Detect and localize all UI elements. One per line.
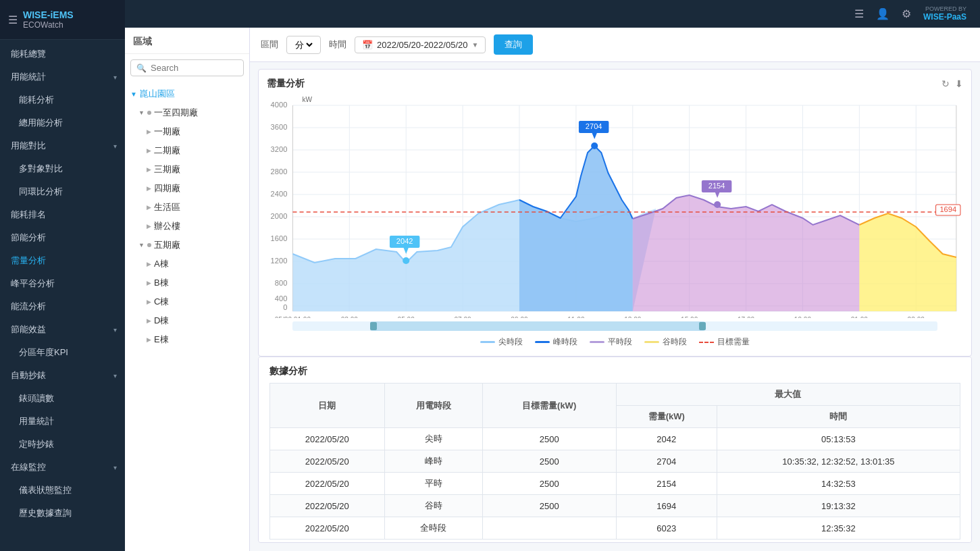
chart-scrollbar[interactable]	[292, 321, 937, 331]
scrollbar-left-handle[interactable]	[370, 322, 377, 330]
tree-item[interactable]: ▼五期廠	[125, 236, 249, 255]
svg-text:0: 0	[283, 303, 287, 311]
sidebar-item[interactable]: 總用能分析	[0, 111, 125, 134]
list-icon[interactable]: ☰	[854, 7, 864, 20]
table-row: 2022/05/20全時段602312:35:32	[270, 517, 960, 540]
cell-period: 平時	[384, 473, 482, 495]
cell-demand: 2042	[616, 428, 717, 450]
table-row: 2022/05/20平時2500215414:32:53	[270, 473, 960, 495]
sidebar-item[interactable]: 分區年度KPI	[0, 341, 125, 364]
left-panel: 區域 🔍 ▼崑山園區▼一至四期廠▶一期廠▶二期廠▶三期廠▶四期廠▶生活區▶辦公樓…	[125, 28, 250, 551]
tree-item[interactable]: ▼崑山園區	[125, 84, 249, 103]
sidebar-item[interactable]: 在線監控▾	[0, 456, 125, 479]
sidebar-item[interactable]: 峰平谷分析	[0, 272, 125, 295]
powered-by: POWERED BY WISE-PaaS	[923, 5, 966, 22]
sidebar-item[interactable]: 節能效益▾	[0, 318, 125, 341]
tree-item[interactable]: ▶四期廠	[125, 179, 249, 198]
cell-target: 2500	[482, 450, 616, 473]
cell-time: 10:35:32, 12:32:52, 13:01:35	[717, 450, 960, 473]
app-sub-brand: ECOWatch	[23, 20, 74, 30]
chart-header: 需量分析 ↻ ⬇	[267, 78, 963, 90]
query-button[interactable]: 查詢	[494, 34, 533, 55]
sidebar-header: ☰ WISE-iEMS ECOWatch	[0, 0, 125, 40]
sidebar-item[interactable]: 多對象對比	[0, 157, 125, 180]
tree-item[interactable]: ▶C棟	[125, 292, 249, 311]
cell-target	[482, 517, 616, 540]
svg-marker-39	[859, 213, 956, 311]
chart-title: 需量分析	[267, 78, 305, 90]
svg-text:2042: 2042	[396, 237, 413, 245]
cell-demand: 1694	[616, 495, 717, 517]
cell-date: 2022/05/20	[270, 450, 385, 473]
interval-select[interactable]: 分 時 日	[286, 36, 321, 54]
right-panel: 區間 分 時 日 時間 📅 2022/05/20-2022/05/20 ▼ 查詢	[250, 28, 980, 551]
sidebar-item[interactable]: 能耗總覽	[0, 43, 125, 65]
cell-target: 2500	[482, 428, 616, 450]
sidebar-item[interactable]: 用能對比▾	[0, 134, 125, 157]
interval-dropdown[interactable]: 分 時 日	[292, 39, 315, 51]
scrollbar-right-handle[interactable]	[699, 322, 706, 330]
svg-marker-48	[592, 132, 597, 139]
app-brand: WISE-iEMS	[23, 9, 74, 20]
search-input[interactable]	[151, 63, 238, 73]
tree-item[interactable]: ▶E棟	[125, 330, 249, 349]
cell-demand: 2704	[616, 450, 717, 473]
sidebar-item[interactable]: 需量分析	[0, 249, 125, 272]
sidebar-item[interactable]: 能流分析	[0, 295, 125, 318]
tree-item[interactable]: ▶一期廠	[125, 122, 249, 141]
tree-item[interactable]: ▶二期廠	[125, 141, 249, 160]
settings-icon[interactable]: ⚙	[902, 7, 911, 20]
svg-text:2154: 2154	[708, 182, 725, 190]
tree-item[interactable]: ▶辦公樓	[125, 217, 249, 236]
sidebar-item[interactable]: 能耗排名	[0, 203, 125, 226]
download-icon[interactable]: ⬇	[955, 78, 963, 89]
col-header-demand: 需量(kW)	[616, 406, 717, 428]
main-area: ☰ 👤 ⚙ POWERED BY WISE-PaaS 區域 🔍 ▼崑山園區▼一至…	[125, 0, 980, 551]
tree: ▼崑山園區▼一至四期廠▶一期廠▶二期廠▶三期廠▶四期廠▶生活區▶辦公樓▼五期廠▶…	[125, 82, 249, 551]
search-icon: 🔍	[136, 63, 147, 73]
col-header-target: 目標需量(kW)	[482, 384, 616, 428]
search-box[interactable]: 🔍	[130, 59, 244, 76]
sidebar-item[interactable]: 用能統計▾	[0, 65, 125, 88]
chart-legend: 尖時段峰時段平時段谷時段目標需量	[267, 336, 963, 348]
tree-item[interactable]: ▶A棟	[125, 255, 249, 273]
menu-icon[interactable]: ☰	[8, 14, 18, 26]
sidebar-item[interactable]: 定時抄錶	[0, 433, 125, 456]
tree-item[interactable]: ▼一至四期廠	[125, 103, 249, 122]
sidebar-item[interactable]: 儀表狀態監控	[0, 479, 125, 502]
svg-marker-44	[403, 247, 409, 254]
tree-item[interactable]: ▶B棟	[125, 273, 249, 292]
sidebar-item[interactable]: 歷史數據查詢	[0, 502, 125, 525]
cell-time: 12:35:32	[717, 517, 960, 540]
svg-text:1600: 1600	[271, 234, 288, 242]
sidebar-item[interactable]: 能耗分析	[0, 88, 125, 111]
sidebar-item[interactable]: 自動抄錶▾	[0, 364, 125, 387]
col-header-date: 日期	[270, 384, 385, 428]
demand-chart: 4000 3600 3200 2800 2400 2000 1600 1200 …	[267, 95, 963, 318]
table-row: 2022/05/20尖時2500204205:13:53	[270, 428, 960, 450]
sidebar-item[interactable]: 錶頭讀數	[0, 387, 125, 410]
filter-bar: 區間 分 時 日 時間 📅 2022/05/20-2022/05/20 ▼ 查詢	[250, 28, 980, 62]
svg-text:07:00: 07:00	[454, 316, 471, 318]
svg-text:2400: 2400	[271, 190, 288, 198]
table-row: 2022/05/20谷時2500169419:13:32	[270, 495, 960, 517]
sidebar-item[interactable]: 同環比分析	[0, 180, 125, 203]
sidebar-item[interactable]: 節能分析	[0, 226, 125, 249]
calendar-icon: 📅	[362, 40, 373, 50]
chart-actions: ↻ ⬇	[942, 78, 963, 89]
user-icon[interactable]: 👤	[876, 7, 889, 20]
svg-text:11:00: 11:00	[567, 316, 585, 318]
data-table: 日期 用電時段 目標需量(kW) 最大值 需量(kW) 時間 2022/05/2…	[269, 383, 960, 540]
sidebar-item[interactable]: 用量統計	[0, 410, 125, 433]
content-wrapper: 區域 🔍 ▼崑山園區▼一至四期廠▶一期廠▶二期廠▶三期廠▶四期廠▶生活區▶辦公樓…	[125, 28, 980, 551]
svg-text:21:00: 21:00	[851, 316, 869, 318]
tree-item[interactable]: ▶三期廠	[125, 160, 249, 179]
zone-header: 區域	[125, 28, 249, 54]
tree-item[interactable]: ▶生活區	[125, 198, 249, 217]
refresh-icon[interactable]: ↻	[942, 78, 950, 89]
date-range-picker[interactable]: 📅 2022/05/20-2022/05/20 ▼	[355, 36, 486, 53]
table-title: 數據分析	[269, 365, 960, 377]
svg-text:15:00: 15:00	[681, 316, 698, 318]
tree-item[interactable]: ▶D棟	[125, 311, 249, 330]
svg-text:17:00: 17:00	[738, 316, 755, 318]
